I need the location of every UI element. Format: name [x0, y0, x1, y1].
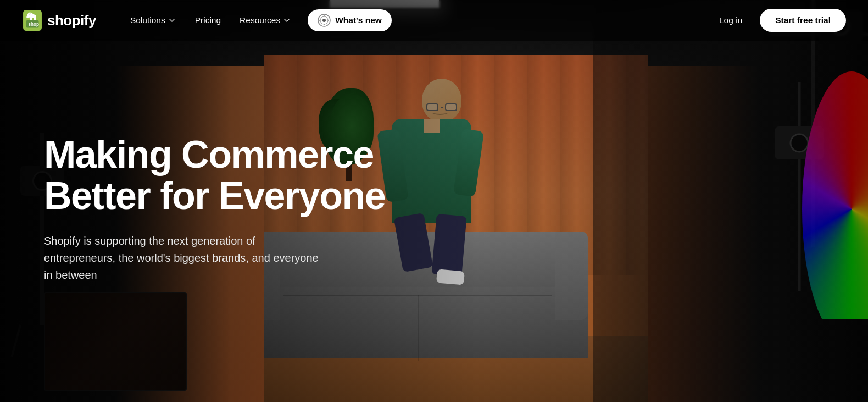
svg-point-8 [319, 20, 320, 21]
hero-content: Making Commerce Better for Everyone Shop… [44, 134, 385, 283]
shopify-logo[interactable]: shop shopify [22, 10, 96, 31]
resources-chevron-icon [282, 16, 291, 25]
logo-text: shopify [47, 12, 96, 29]
nav-links: Solutions Pricing Resources [123, 9, 713, 31]
svg-point-9 [328, 20, 329, 21]
whats-new-button[interactable]: What's new [308, 9, 392, 31]
whats-new-badge-icon [318, 14, 331, 27]
svg-point-6 [324, 15, 325, 16]
resources-menu[interactable]: Resources [232, 11, 299, 30]
solutions-chevron-icon [168, 16, 176, 25]
start-trial-button[interactable]: Start free trial [760, 9, 846, 32]
solutions-menu[interactable]: Solutions [123, 11, 184, 30]
svg-point-7 [324, 24, 325, 25]
pricing-nav[interactable]: Pricing [187, 11, 229, 30]
svg-point-5 [322, 19, 326, 22]
shopify-bag-icon: shop [22, 10, 43, 31]
login-button[interactable]: Log in [713, 11, 749, 30]
navigation: shop shopify Solutions Pricing Resources [0, 0, 868, 41]
svg-text:shop: shop [29, 22, 39, 27]
hero-section: shop shopify Solutions Pricing Resources [0, 0, 868, 402]
hero-subtitle: Shopify is supporting the next generatio… [44, 232, 319, 283]
hero-title: Making Commerce Better for Everyone [44, 134, 385, 217]
nav-right-actions: Log in Start free trial [713, 9, 846, 32]
